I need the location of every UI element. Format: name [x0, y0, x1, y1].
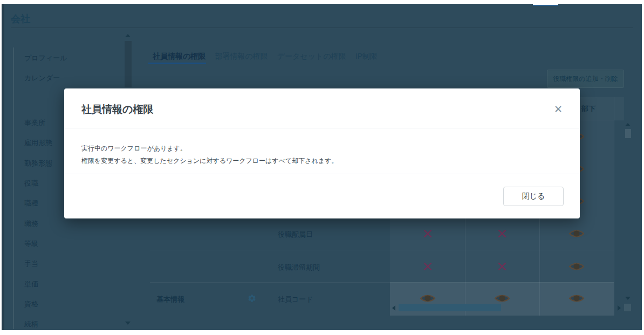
sidebar-item-unit-price[interactable]: 単価: [24, 279, 38, 289]
add-remove-role-permission-button[interactable]: 役職権限の追加・削除: [547, 70, 624, 88]
row-divider: [150, 250, 614, 250]
sidebar-scrollbar-thumb[interactable]: [125, 41, 132, 87]
sidebar-item-duty[interactable]: 職務: [24, 219, 38, 229]
scrollbar-corner: [624, 304, 631, 311]
sidebar-scroll-up-icon[interactable]: [125, 34, 131, 37]
sidebar-item-position[interactable]: 役職: [24, 179, 38, 188]
sidebar-item-grade[interactable]: 等級: [24, 239, 38, 249]
tab-dataset-permissions[interactable]: データセットの権限: [277, 51, 346, 61]
permission-tabs: 社員情報の権限 部署情報の権限 データセットの権限 IP制限: [153, 51, 378, 61]
employee-permissions-modal: 社員情報の権限 ✕ 実行中のワークフローがあります。 権限を変更すると、変更した…: [64, 88, 580, 218]
close-icon[interactable]: ✕: [551, 101, 566, 117]
tab-employee-info-permissions[interactable]: 社員情報の権限: [153, 51, 205, 61]
deny-x-icon[interactable]: [423, 262, 433, 271]
view-eye-icon[interactable]: [568, 261, 585, 272]
sidebar-item-office[interactable]: 事業所: [24, 118, 45, 128]
modal-title: 社員情報の権限: [81, 102, 153, 117]
sidebar-item-relationship[interactable]: 続柄: [24, 319, 38, 329]
view-eye-icon[interactable]: [494, 293, 510, 304]
active-tab-underline: [148, 63, 206, 64]
modal-footer: 閉じる: [64, 174, 580, 218]
table-horizontal-scrollbar-thumb[interactable]: [399, 304, 501, 311]
view-eye-icon[interactable]: [568, 293, 585, 304]
row-label: 役職滞留期間: [278, 263, 320, 272]
row-label: 役職配属日: [278, 230, 313, 240]
sidebar-item-work-style[interactable]: 勤務形態: [24, 159, 52, 168]
screen: 会社 プロフィール カレンダー 事業所 雇用形態 勤務形態 役職 職種 職務 等…: [0, 0, 644, 335]
top-notch-accent-line: [533, 5, 558, 6]
sidebar-item-employment-type[interactable]: 雇用形態: [24, 138, 52, 148]
modal-body: 実行中のワークフローがあります。 権限を変更すると、変更したセクションに対するワ…: [64, 128, 580, 174]
view-eye-icon[interactable]: [420, 293, 436, 304]
table-vertical-scrollbar-thumb[interactable]: [625, 129, 631, 138]
section-label: 基本情報: [156, 295, 184, 304]
modal-message-line-2: 権限を変更すると、変更したセクションに対するワークフローはすべて却下されます。: [81, 155, 563, 167]
sidebar-item-job-category[interactable]: 職種: [24, 199, 38, 208]
sidebar-item-profile[interactable]: プロフィール: [24, 53, 67, 63]
left-edge-shade: [2, 4, 4, 330]
sidebar-item-allowance[interactable]: 手当: [24, 259, 38, 269]
close-button[interactable]: 閉じる: [503, 187, 564, 206]
column-header-subordinates: 部下: [581, 104, 595, 114]
row-label: 社員コード: [278, 295, 313, 304]
table-scroll-left-icon[interactable]: [392, 305, 395, 311]
deny-x-icon[interactable]: [497, 262, 507, 271]
sidebar-left-border: [13, 47, 14, 329]
deny-x-icon[interactable]: [423, 229, 433, 238]
modal-header: 社員情報の権限 ✕: [64, 88, 580, 128]
table-scroll-up-icon[interactable]: [625, 123, 631, 126]
sidebar-item-calendar[interactable]: カレンダー: [24, 73, 60, 83]
table-scroll-right-icon[interactable]: [618, 305, 621, 311]
tab-ip-restriction[interactable]: IP制限: [355, 51, 378, 61]
modal-message-line-1: 実行中のワークフローがあります。: [81, 142, 563, 155]
sidebar-item-qualification[interactable]: 資格: [24, 299, 38, 309]
title-divider: [11, 28, 633, 28]
deny-x-icon[interactable]: [497, 229, 507, 238]
column-divider: [614, 97, 614, 316]
table-scroll-down-icon[interactable]: [625, 297, 631, 300]
tab-department-info-permissions[interactable]: 部署情報の権限: [215, 51, 268, 61]
gear-icon[interactable]: [248, 294, 257, 303]
view-eye-icon[interactable]: [568, 228, 585, 239]
sidebar-scroll-down-icon[interactable]: [125, 322, 131, 325]
page-title: 会社: [11, 12, 30, 25]
